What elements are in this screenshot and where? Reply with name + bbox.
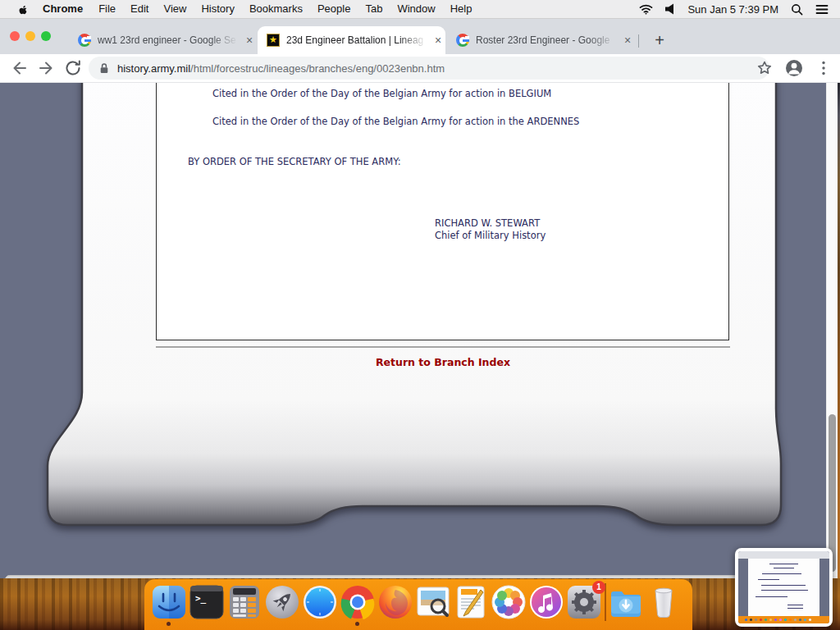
menu-help[interactable]: Help: [443, 0, 480, 18]
thumbnail-dock: [738, 616, 829, 623]
dock-icon-photos[interactable]: [491, 584, 527, 620]
chrome-toolbar: history.army.mil/html/forcestruc/lineage…: [0, 54, 840, 83]
profile-icon[interactable]: [784, 58, 804, 78]
dock-icon-downloads[interactable]: [608, 584, 644, 620]
window-zoom-button[interactable]: [41, 31, 51, 41]
lock-icon[interactable]: [99, 62, 109, 75]
notification-center-icon[interactable]: [815, 4, 829, 15]
tab-close-icon[interactable]: ×: [242, 33, 257, 48]
citation-belgium: Cited in the Order of the Day of the Bel…: [212, 88, 551, 99]
apple-menu-icon[interactable]: [8, 2, 34, 16]
new-tab-button[interactable]: +: [648, 30, 671, 52]
macos-menubar: Chrome File Edit View History Bookmarks …: [0, 0, 840, 19]
menu-bookmarks[interactable]: Bookmarks: [242, 0, 310, 18]
menu-view[interactable]: View: [156, 0, 194, 18]
kebab-menu-icon[interactable]: [814, 58, 833, 78]
dock-icon-safari[interactable]: [302, 584, 338, 620]
tab-close-icon[interactable]: ×: [620, 33, 635, 48]
dock-icon-chrome[interactable]: [340, 584, 376, 620]
menu-file[interactable]: File: [91, 0, 123, 18]
chrome-tabstrip: ww1 23rd engineer - Google Se × ★ 23d En…: [0, 18, 840, 54]
address-bar[interactable]: history.army.mil/html/forcestruc/lineage…: [89, 57, 769, 80]
menu-tab[interactable]: Tab: [358, 0, 390, 18]
vertical-scrollbar-thumb[interactable]: [829, 414, 836, 572]
window-minimize-button[interactable]: [25, 31, 35, 41]
army-star-favicon: ★: [267, 34, 280, 47]
spotlight-search-icon[interactable]: [791, 3, 803, 16]
dock-icon-terminal[interactable]: >_: [189, 584, 225, 620]
bookmark-star-icon[interactable]: [755, 58, 774, 78]
menubar-clock[interactable]: Sun Jan 5 7:39 PM: [687, 3, 778, 16]
dock-icon-firefox[interactable]: [377, 584, 413, 620]
menu-people[interactable]: People: [310, 0, 358, 18]
dock-icon-itunes[interactable]: [528, 584, 564, 620]
signature-name: RICHARD W. STEWART: [435, 217, 546, 230]
dock-icon-system-preferences[interactable]: 1: [566, 584, 602, 620]
vertical-scrollbar-track[interactable]: [826, 82, 838, 584]
wifi-icon[interactable]: [639, 4, 653, 15]
url-host: history.army.mil: [117, 62, 190, 75]
back-icon[interactable]: [10, 58, 30, 78]
return-to-branch-index-link[interactable]: Return to Branch Index: [156, 356, 730, 368]
menu-history[interactable]: History: [194, 0, 241, 18]
tab-title: Roster 23rd Engineer - Google: [476, 34, 620, 46]
dock-icon-launchpad[interactable]: [264, 584, 300, 620]
tab-roster-23rd-engineer[interactable]: Roster 23rd Engineer - Google ×: [447, 26, 635, 54]
tab-title: ww1 23rd engineer - Google Se: [98, 34, 242, 46]
volume-icon[interactable]: [665, 3, 675, 15]
menubar-app-name[interactable]: Chrome: [34, 0, 91, 18]
screen: Chrome File Edit View History Bookmarks …: [0, 0, 840, 630]
terminal-prompt-glyph: >_: [189, 584, 225, 620]
menu-window[interactable]: Window: [390, 0, 442, 18]
window-close-button[interactable]: [10, 31, 20, 41]
signature-block: RICHARD W. STEWART Chief of Military His…: [435, 217, 546, 242]
citation-ardennes: Cited in the Order of the Day of the Bel…: [212, 116, 579, 127]
notification-badge: 1: [592, 581, 605, 594]
dock-icon-finder[interactable]: [151, 584, 187, 620]
dock-icon-trash[interactable]: [646, 584, 682, 620]
menu-edit[interactable]: Edit: [123, 0, 156, 18]
running-indicator-finder: [167, 622, 171, 626]
dock: >_: [151, 584, 682, 620]
dock-icon-calculator[interactable]: [226, 584, 262, 620]
forward-icon[interactable]: [36, 58, 56, 78]
dock-icon-pages[interactable]: [453, 584, 489, 620]
running-indicator-chrome: [355, 622, 359, 626]
browser-viewport: Cited in the Order of the Day of the Bel…: [0, 82, 840, 630]
by-order-line: BY ORDER OF THE SECRETARY OF THE ARMY:: [188, 156, 401, 167]
tab-23d-engineer-battalion[interactable]: ★ 23d Engineer Battalion | Lineag ×: [258, 26, 445, 54]
screenshot-preview-thumbnail[interactable]: [735, 548, 833, 627]
google-favicon: [78, 34, 91, 47]
tab-title: 23d Engineer Battalion | Lineag: [286, 34, 431, 46]
reload-icon[interactable]: [63, 58, 83, 78]
thumbnail-browser-chrome: [738, 551, 829, 559]
url-path: /html/forcestruc/lineages/branches/eng/0…: [190, 62, 445, 75]
tab-close-icon[interactable]: ×: [431, 33, 445, 48]
thumbnail-page: [748, 559, 819, 616]
dock-icon-preview[interactable]: [415, 584, 451, 620]
tab-ww1-23rd-engineer[interactable]: ww1 23rd engineer - Google Se ×: [69, 26, 257, 54]
tab-divider: [638, 34, 639, 48]
google-favicon: [456, 34, 469, 47]
signature-title: Chief of Military History: [435, 230, 546, 242]
horizontal-rule: [156, 346, 730, 348]
lineage-document-box: Cited in the Order of the Day of the Bel…: [156, 82, 729, 340]
